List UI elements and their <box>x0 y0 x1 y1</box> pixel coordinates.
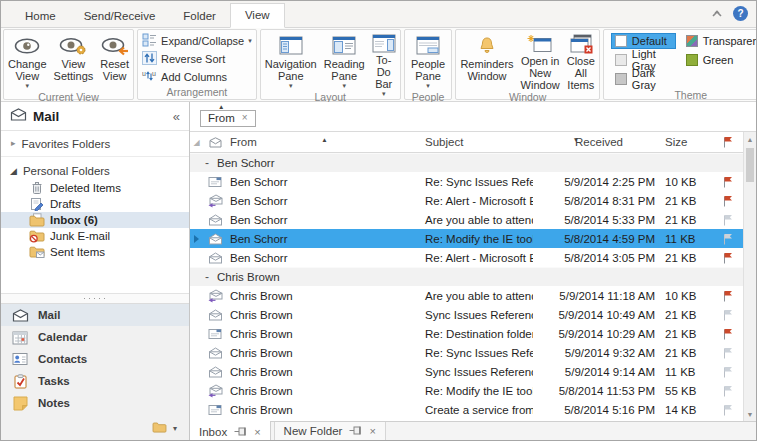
dropdown-icon: ▾ <box>248 38 252 44</box>
icon-column-header[interactable] <box>203 137 227 148</box>
scroll-up-icon[interactable]: ▲ <box>744 132 756 146</box>
open-in-new-window-button[interactable]: Open in New Window <box>518 33 563 91</box>
collapse-pane-icon[interactable]: « <box>173 109 180 124</box>
folder-item-sent[interactable]: Sent Items <box>1 244 189 260</box>
gray-flag-icon[interactable] <box>713 366 743 378</box>
reset-view-button[interactable]: Reset View <box>97 33 132 91</box>
message-subject: Re: Sync Issues Reference? <box>422 347 533 359</box>
red-flag-icon[interactable] <box>713 176 743 188</box>
gray-flag-icon[interactable] <box>713 385 743 397</box>
reading-pane-button[interactable]: Reading Pane ▾ <box>321 33 368 91</box>
remove-group-by-icon[interactable]: × <box>242 113 248 123</box>
scroll-down-icon[interactable]: ▼ <box>744 407 756 421</box>
todo-bar-button[interactable]: To-Do Bar ▾ <box>369 33 399 91</box>
red-flag-icon[interactable] <box>713 195 743 207</box>
message-size: 21 KB <box>659 309 713 321</box>
gray-flag-icon[interactable] <box>713 233 743 245</box>
replied-message-icon <box>203 384 227 398</box>
message-group-header[interactable]: - Ben Schorr <box>190 153 743 172</box>
message-subject: Re: Modify the IE toolbar <box>422 385 533 397</box>
navigation-pane-button[interactable]: Navigation Pane ▾ <box>262 33 320 91</box>
ribbon-tab-folder[interactable]: Folder <box>169 5 230 28</box>
received-column-header[interactable]: ▼ Received <box>501 136 651 148</box>
help-icon[interactable]: ? <box>733 6 748 21</box>
gray-flag-icon[interactable] <box>713 214 743 226</box>
message-row[interactable]: Ben Schorr Re: Modify the IE toolbar 5/8… <box>190 229 743 248</box>
message-from: Chris Brown <box>227 290 422 302</box>
message-row[interactable]: Ben Schorr Are you able to attend tomorr… <box>190 210 743 229</box>
group-name: Chris Brown <box>217 271 280 283</box>
replied-message-icon <box>203 194 227 208</box>
ribbon-tab-home[interactable]: Home <box>11 5 70 28</box>
favorites-folders[interactable]: ▸ Favorites Folders <box>1 131 189 157</box>
message-row[interactable]: Ben Schorr Re: Sync Issues Reference? 5/… <box>190 172 743 191</box>
vertical-scrollbar[interactable]: ▲ ▼ <box>743 132 756 421</box>
envelope-icon <box>209 137 222 148</box>
ribbon-group-theme: Default Light Gray Dark Gray Transparent… <box>603 29 757 100</box>
gray-flag-icon[interactable] <box>713 347 743 359</box>
size-column-header[interactable]: Size <box>651 136 713 148</box>
message-row[interactable]: Chris Brown Sync Issues Reference? 5/9/2… <box>190 362 743 381</box>
group-by-chip-from[interactable]: From × <box>200 110 256 127</box>
expand-collapse-button[interactable]: Expand/Collapse ▾ <box>142 32 252 49</box>
theme-green-button[interactable]: Green <box>682 52 757 68</box>
close-all-items-button[interactable]: Close All Items <box>564 33 598 91</box>
module-button-tasks[interactable]: Tasks <box>1 370 189 392</box>
folder-tab-inbox[interactable]: Inbox × <box>190 421 271 441</box>
pin-icon[interactable] <box>234 426 247 438</box>
pin-icon[interactable] <box>349 425 362 437</box>
theme-transparent-button[interactable]: Transparent <box>682 33 757 49</box>
reverse-sort-button[interactable]: Reverse Sort <box>142 50 225 67</box>
add-columns-button[interactable]: uu Add Columns <box>142 68 227 85</box>
message-row[interactable]: Ben Schorr Re: Alert - Microsoft Exchang… <box>190 191 743 210</box>
close-tab-icon[interactable]: × <box>369 425 375 437</box>
message-row[interactable]: Chris Brown Re: Sync Issues Reference? 5… <box>190 343 743 362</box>
collapse-group-icon[interactable]: - <box>205 157 209 169</box>
dropdown-icon[interactable]: ▾ <box>173 426 177 432</box>
folder-item-drafts[interactable]: Drafts <box>1 196 189 212</box>
module-button-mail[interactable]: Mail <box>1 304 189 326</box>
message-row[interactable]: Ben Schorr Re: Alert - Microsoft Exchang… <box>190 248 743 267</box>
message-group-header[interactable]: - Chris Brown <box>190 267 743 286</box>
message-row[interactable]: Chris Brown Are you able to attend tomor… <box>190 286 743 305</box>
module-button-contacts[interactable]: Contacts <box>1 348 189 370</box>
red-flag-icon[interactable] <box>713 328 743 340</box>
collapse-ribbon-icon[interactable] <box>711 7 723 21</box>
folder-item-junk[interactable]: Junk E-mail <box>1 228 189 244</box>
close-tab-icon[interactable]: × <box>254 426 260 438</box>
folder-item-inbox[interactable]: Inbox (6) <box>1 212 189 228</box>
module-label: Tasks <box>38 375 70 387</box>
message-row[interactable]: Chris Brown Re: Modify the IE toolbar 5/… <box>190 381 743 400</box>
message-from: Chris Brown <box>227 366 422 378</box>
subject-column-header[interactable]: Subject <box>422 136 501 148</box>
gray-flag-icon[interactable] <box>713 309 743 321</box>
folder-item-deleted[interactable]: Deleted Items <box>1 180 189 196</box>
flag-column-header[interactable] <box>713 136 743 148</box>
folder-tab-new-folder[interactable]: New Folder × <box>274 422 386 441</box>
ribbon-tab-view[interactable]: View <box>230 3 285 28</box>
expand-all-groups-icon[interactable]: ◢ <box>190 138 203 147</box>
red-flag-icon[interactable] <box>713 290 743 302</box>
group-label: Arrangement <box>139 86 255 100</box>
change-view-button[interactable]: Change View ▾ <box>5 33 50 91</box>
view-settings-button[interactable]: View Settings <box>51 33 97 91</box>
folder-mini-icon[interactable] <box>152 421 167 436</box>
add-columns-icon: uu <box>142 69 157 85</box>
people-pane-button[interactable]: People Pane ▾ <box>406 33 451 91</box>
pane-splitter-handle[interactable] <box>1 293 189 303</box>
collapse-group-icon[interactable]: - <box>205 271 209 283</box>
scrollbar-thumb[interactable] <box>746 148 754 182</box>
personal-folders-root[interactable]: ◢ Personal Folders <box>1 162 189 180</box>
reminders-window-button[interactable]: Reminders Window <box>457 33 516 91</box>
ribbon-tab-send-receive[interactable]: Send/Receive <box>70 5 170 28</box>
message-from: Ben Schorr <box>227 195 422 207</box>
gray-flag-icon[interactable] <box>713 404 743 416</box>
red-flag-icon[interactable] <box>713 252 743 264</box>
module-button-notes[interactable]: Notes <box>1 392 189 414</box>
from-column-header[interactable]: ▲ From <box>227 136 422 148</box>
message-size: 21 KB <box>659 252 713 264</box>
message-row[interactable]: Chris Brown Re: Destination folder 5/9/2… <box>190 324 743 343</box>
module-button-calendar[interactable]: Calendar <box>1 326 189 348</box>
message-row[interactable]: Chris Brown Create a service from Webina… <box>190 400 743 419</box>
message-row[interactable]: Chris Brown Sync Issues Reference? 5/9/2… <box>190 305 743 324</box>
